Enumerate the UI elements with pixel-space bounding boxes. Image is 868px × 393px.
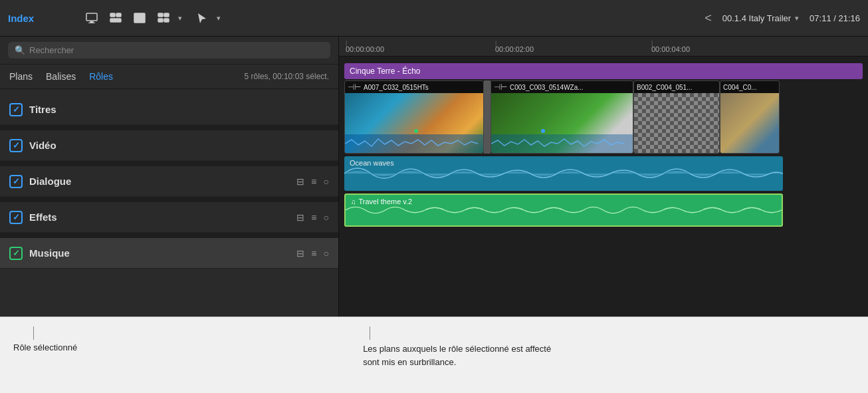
- search-input[interactable]: [29, 45, 324, 55]
- role-item-musique[interactable]: ✓ Musique ⊟ ≡ ○: [0, 238, 338, 269]
- role-item-titres[interactable]: ✓ Titres: [0, 94, 338, 125]
- project-info: 00.1.4 Italy Trailer ▾: [722, 13, 799, 23]
- role-separator-1: [0, 125, 338, 130]
- search-container[interactable]: 🔍: [8, 42, 330, 59]
- circle-icon-effets[interactable]: ○: [324, 212, 329, 223]
- role-separator-4: [0, 233, 338, 238]
- left-annotation-block: Rôle sélectionné: [13, 327, 77, 352]
- checkmark-effets: ✓: [13, 212, 20, 222]
- svg-rect-5: [110, 19, 121, 22]
- svg-rect-4: [116, 13, 121, 17]
- layout-icon-1[interactable]: [82, 9, 101, 27]
- clip-header-1: ⊣⊢ A007_C032_0515HTs: [345, 81, 483, 93]
- clip-header-4: C004_C0...: [720, 81, 779, 93]
- ts-2: 00:00:04:00: [651, 45, 690, 53]
- video-clip-2[interactable]: ⊣⊢ C003_C003_0514WZa...: [490, 80, 633, 154]
- waveform-2: [491, 134, 633, 153]
- ts-1: 00:00:02:00: [495, 45, 534, 53]
- tab-roles[interactable]: Rôles: [89, 71, 113, 82]
- tab-plans[interactable]: Plans: [9, 71, 33, 82]
- role-label-dialogue: Dialogue: [29, 176, 296, 187]
- timecode: 07:11 / 21:16: [810, 13, 860, 23]
- svg-rect-1: [90, 21, 94, 23]
- clip-thumb-3: [634, 93, 719, 153]
- back-button[interactable]: <: [705, 11, 712, 25]
- clip-marker-2: ⊣⊢: [494, 82, 507, 92]
- left-connector-line: [33, 327, 34, 340]
- timeline-scroll[interactable]: Cinque Terre - Écho ⊣⊢ A007_C032_0515HTs: [339, 57, 868, 317]
- lane-icon-musique[interactable]: ⊟: [296, 248, 304, 259]
- lane-icon-effets[interactable]: ⊟: [296, 212, 304, 223]
- subrole-icon-musique[interactable]: ≡: [311, 248, 316, 259]
- right-connector-line: [370, 327, 370, 340]
- role-checkbox-musique[interactable]: ✓: [9, 247, 23, 260]
- tabs-row: Plans Balises Rôles 5 rôles, 00:10:03 sé…: [0, 65, 338, 89]
- lane-icon-dialogue[interactable]: ⊟: [296, 176, 304, 187]
- project-name: 00.1.4 Italy Trailer: [722, 13, 791, 23]
- checkmark-titres: ✓: [13, 104, 20, 114]
- main-content: 🔍 Plans Balises Rôles 5 rôles, 00:10:03 …: [0, 37, 868, 317]
- subrole-icon-dialogue[interactable]: ≡: [311, 176, 316, 187]
- role-item-dialogue[interactable]: ✓ Dialogue ⊟ ≡ ○: [0, 166, 338, 197]
- music-track[interactable]: ♫ Travel theme v.2: [344, 194, 783, 227]
- music-track-label: ♫ Travel theme v.2: [351, 197, 412, 205]
- video-clip-3[interactable]: B002_C004_051...: [633, 80, 720, 154]
- timeline-ruler: 00:00:00:00 00:00:02:00 00:00:04:00: [339, 37, 868, 57]
- circle-icon-dialogue[interactable]: ○: [324, 176, 329, 187]
- tab-count: 5 rôles, 00:10:03 sélect.: [245, 72, 329, 81]
- clip-header-3: B002_C004_051...: [634, 81, 719, 93]
- left-panel: 🔍 Plans Balises Rôles 5 rôles, 00:10:03 …: [0, 37, 339, 317]
- left-annotation-text: Rôle sélectionné: [13, 342, 77, 352]
- role-actions-dialogue: ⊟ ≡ ○: [296, 176, 329, 187]
- audio-track-ocean[interactable]: Ocean waves: [344, 156, 783, 191]
- role-checkbox-titres[interactable]: ✓: [9, 103, 23, 116]
- right-annotation-block: Les plans auxquels le rôle sélectionné e…: [363, 327, 562, 368]
- clips-row: ⊣⊢ A007_C032_0515HTs: [344, 80, 863, 154]
- waveform-ocean: [344, 156, 783, 191]
- role-item-effets[interactable]: ✓ Effets ⊟ ≡ ○: [0, 202, 338, 233]
- role-checkbox-effets[interactable]: ✓: [9, 211, 23, 224]
- layout-icon-2[interactable]: [106, 9, 125, 27]
- search-icon: 🔍: [15, 45, 25, 55]
- role-actions-musique: ⊟ ≡ ○: [296, 248, 329, 259]
- role-label-musique: Musique: [29, 247, 296, 259]
- transition-1: [484, 80, 490, 154]
- svg-rect-8: [158, 13, 163, 17]
- green-dot-1: [414, 129, 418, 133]
- music-icon: ♫: [351, 198, 356, 205]
- role-checkbox-video[interactable]: ✓: [9, 139, 23, 152]
- circle-icon-musique[interactable]: ○: [324, 248, 329, 259]
- subrole-icon-effets[interactable]: ≡: [311, 212, 316, 223]
- toolbar: Index ▾ ▾: [0, 0, 868, 37]
- clip-header-2: ⊣⊢ C003_C003_0514WZa...: [491, 81, 633, 93]
- ts-0: 00:00:00:00: [346, 45, 384, 53]
- svg-rect-3: [110, 13, 115, 17]
- app-title[interactable]: Index: [8, 13, 74, 24]
- project-chevron-icon[interactable]: ▾: [795, 14, 799, 23]
- waveform-1: [345, 134, 483, 153]
- role-label-titres: Titres: [29, 104, 329, 115]
- title-track-label: Cinque Terre - Écho: [350, 66, 421, 76]
- role-checkbox-dialogue[interactable]: ✓: [9, 175, 23, 188]
- video-clip-4[interactable]: C004_C0...: [720, 80, 780, 154]
- checkmark-dialogue: ✓: [13, 176, 20, 186]
- role-separator-2: [0, 161, 338, 166]
- svg-rect-9: [164, 13, 169, 17]
- checkmark-musique: ✓: [13, 248, 20, 258]
- right-panel: 00:00:00:00 00:00:02:00 00:00:04:00 Cinq…: [339, 37, 868, 317]
- toolbar-icons: ▾ ▾: [82, 9, 697, 27]
- blue-dot-2: [541, 129, 545, 133]
- search-bar: 🔍: [0, 37, 338, 65]
- cursor-icon[interactable]: [193, 9, 211, 27]
- tab-balises[interactable]: Balises: [46, 71, 76, 82]
- role-label-video: Vidéo: [29, 140, 329, 151]
- role-actions-effets: ⊟ ≡ ○: [296, 212, 329, 223]
- video-clip-1[interactable]: ⊣⊢ A007_C032_0515HTs: [344, 80, 484, 154]
- role-item-video[interactable]: ✓ Vidéo: [0, 130, 338, 161]
- layout-icon-3[interactable]: [130, 9, 149, 27]
- layout-icon-4[interactable]: [154, 9, 173, 27]
- title-track: Cinque Terre - Écho: [344, 63, 863, 79]
- clip-thumb-1: [345, 93, 483, 153]
- role-label-effets: Effets: [29, 211, 296, 223]
- checkmark-video: ✓: [13, 140, 20, 150]
